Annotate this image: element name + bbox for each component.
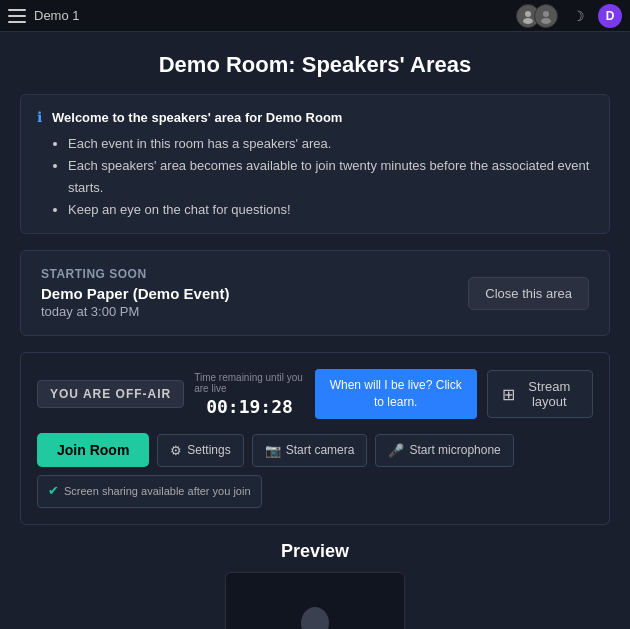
- join-room-button[interactable]: Join Room: [37, 433, 149, 467]
- info-bullets: Each event in this room has a speakers' …: [52, 133, 593, 221]
- stream-layout-icon: ⊞: [502, 385, 515, 404]
- info-bullet-1: Each event in this room has a speakers' …: [68, 133, 593, 155]
- svg-point-1: [523, 18, 533, 24]
- screen-sharing-notice: ✔ Screen sharing available after you joi…: [37, 475, 262, 508]
- event-title: Demo Paper (Demo Event): [41, 285, 229, 302]
- tab-label: Demo 1: [34, 8, 80, 23]
- topbar-left: Demo 1: [8, 8, 80, 23]
- camera-label: Start camera: [286, 443, 355, 457]
- info-bullet-3: Keep an eye on the chat for questions!: [68, 199, 593, 221]
- stream-layout-label: Stream layout: [521, 379, 578, 409]
- preview-title: Preview: [20, 541, 610, 562]
- event-card: Starting soon Demo Paper (Demo Event) to…: [20, 250, 610, 336]
- start-microphone-button[interactable]: 🎤 Start microphone: [375, 434, 513, 467]
- timer-value: 00:19:28: [206, 396, 293, 417]
- event-time: today at 3:00 PM: [41, 304, 229, 319]
- avatar-2: [534, 4, 558, 28]
- svg-point-2: [543, 11, 549, 17]
- info-icon: ℹ: [37, 109, 42, 221]
- topbar-right: ☽ D: [516, 4, 622, 28]
- avatar-group: [516, 4, 558, 28]
- timer-block: Time remaining until you are live 00:19:…: [194, 372, 305, 417]
- event-status: Starting soon: [41, 267, 229, 281]
- mic-icon: 🎤: [388, 443, 404, 458]
- page-title: Demo Room: Speakers' Areas: [20, 52, 610, 78]
- mic-label: Start microphone: [409, 443, 500, 457]
- event-info: Starting soon Demo Paper (Demo Event) to…: [41, 267, 229, 319]
- stream-layout-button[interactable]: ⊞ Stream layout: [487, 370, 593, 418]
- person-silhouette-icon: [280, 601, 350, 629]
- svg-point-4: [301, 607, 329, 629]
- preview-box: Your camera is not switched on.: [225, 572, 405, 629]
- start-camera-button[interactable]: 📷 Start camera: [252, 434, 368, 467]
- settings-icon: ⚙: [170, 443, 182, 458]
- timer-label: Time remaining until you are live: [194, 372, 305, 394]
- user-menu-button[interactable]: D: [598, 4, 622, 28]
- settings-label: Settings: [187, 443, 230, 457]
- hamburger-icon[interactable]: [8, 9, 26, 23]
- topbar: Demo 1 ☽ D: [0, 0, 630, 32]
- close-area-button[interactable]: Close this area: [468, 277, 589, 310]
- controls-area: YOU ARE OFF-AIR Time remaining until you…: [20, 352, 610, 524]
- settings-button[interactable]: ⚙ Settings: [157, 434, 243, 467]
- main-content: Demo Room: Speakers' Areas ℹ Welcome to …: [0, 32, 630, 629]
- preview-section: Preview Your camera is not switched on.: [20, 541, 610, 629]
- controls-bottom-row: Join Room ⚙ Settings 📷 Start camera 🎤 St…: [37, 433, 593, 508]
- svg-point-3: [541, 18, 551, 24]
- info-title: Welcome to the speakers' area for Demo R…: [52, 107, 593, 129]
- checkmark-icon: ✔: [48, 483, 59, 500]
- when-live-button[interactable]: When will I be live? Click to learn.: [315, 369, 477, 419]
- screen-share-label: Screen sharing available after you join: [64, 484, 251, 498]
- dark-mode-icon[interactable]: ☽: [566, 4, 590, 28]
- info-content: Welcome to the speakers' area for Demo R…: [52, 107, 593, 221]
- controls-top-row: YOU ARE OFF-AIR Time remaining until you…: [37, 369, 593, 419]
- off-air-badge: YOU ARE OFF-AIR: [37, 380, 184, 408]
- camera-icon: 📷: [265, 443, 281, 458]
- info-box: ℹ Welcome to the speakers' area for Demo…: [20, 94, 610, 234]
- info-bullet-2: Each speakers' area becomes available to…: [68, 155, 593, 199]
- svg-point-0: [525, 11, 531, 17]
